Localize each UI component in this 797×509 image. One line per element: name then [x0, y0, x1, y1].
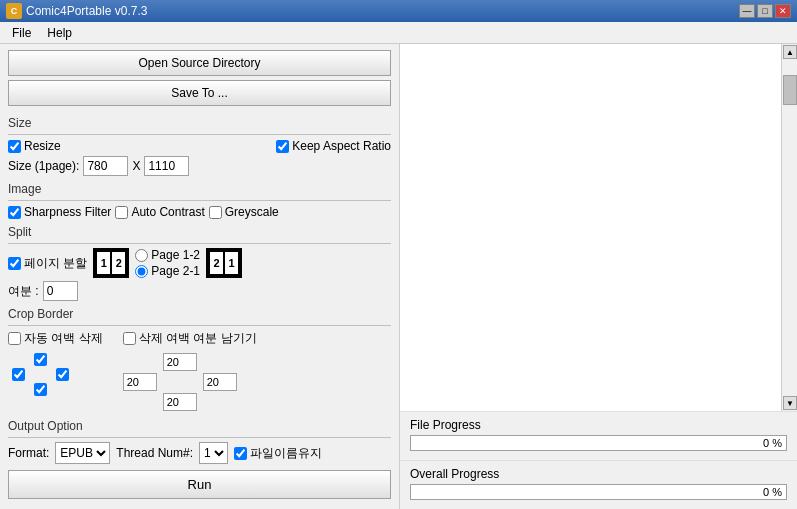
- run-button[interactable]: Run: [8, 470, 391, 499]
- greyscale-checkbox[interactable]: [209, 206, 222, 219]
- keep-aspect-label: Keep Aspect Ratio: [292, 139, 391, 153]
- split-page-label: 페이지 분할: [24, 255, 87, 272]
- scroll-down-arrow[interactable]: ▼: [783, 396, 797, 410]
- keep-aspect-checkbox-label[interactable]: Keep Aspect Ratio: [276, 139, 391, 153]
- output-section-label: Output Option: [8, 419, 391, 433]
- split-row: 페이지 분할 1 2 Page 1-2 Page 2-1 2: [8, 248, 391, 278]
- thread-select[interactable]: 1 2 4: [199, 442, 228, 464]
- crop-cell-tm: [30, 353, 50, 366]
- crop-num-br: [203, 393, 241, 411]
- margin-row: 여분 :: [8, 281, 391, 301]
- crop-right-checkbox[interactable]: [56, 368, 69, 381]
- keep-aspect-checkbox[interactable]: [276, 140, 289, 153]
- crop-num-bm: [163, 393, 201, 411]
- crop-left-checkbox[interactable]: [12, 368, 25, 381]
- file-maintain-text: 파일이름유지: [250, 445, 322, 462]
- crop-number-grid: [123, 353, 257, 411]
- size-row: Resize Keep Aspect Ratio: [8, 139, 391, 153]
- left-panel: Open Source Directory Save To ... Size R…: [0, 44, 400, 509]
- sharpness-checkbox[interactable]: [8, 206, 21, 219]
- auto-crop-label-el[interactable]: 자동 여백 삭제: [8, 330, 103, 347]
- overall-progress-section: Overall Progress 0 %: [400, 460, 797, 509]
- auto-crop-checkbox[interactable]: [8, 332, 21, 345]
- window-title: Comic4Portable v0.7.3: [26, 4, 147, 18]
- crop-cell-mr: [52, 368, 72, 381]
- split-box-21-left: 2: [210, 252, 223, 274]
- maximize-button[interactable]: □: [757, 4, 773, 18]
- crop-cell-br: [52, 383, 72, 396]
- crop-top-checkbox[interactable]: [34, 353, 47, 366]
- sharpness-checkbox-label[interactable]: Sharpness Filter: [8, 205, 111, 219]
- overall-progress-pct: 0 %: [763, 486, 782, 498]
- open-source-button[interactable]: Open Source Directory: [8, 50, 391, 76]
- size-width-input[interactable]: 780: [83, 156, 128, 176]
- page12-radio-label[interactable]: Page 1-2: [135, 248, 200, 262]
- split-box-12: 1 2: [93, 248, 129, 278]
- page21-radio[interactable]: [135, 265, 148, 278]
- crop-cell-bm: [30, 383, 50, 396]
- app-icon: C: [6, 3, 22, 19]
- auto-contrast-checkbox[interactable]: [115, 206, 128, 219]
- format-label: Format:: [8, 446, 49, 460]
- output-row: Format: EPUB CBZ PDF Thread Num#: 1 2 4 …: [8, 442, 391, 464]
- crop-top-input[interactable]: [163, 353, 197, 371]
- crop-num-tr: [203, 353, 241, 371]
- page12-radio[interactable]: [135, 249, 148, 262]
- file-maintain-label[interactable]: 파일이름유지: [234, 445, 322, 462]
- resize-label: Resize: [24, 139, 61, 153]
- page21-radio-label[interactable]: Page 2-1: [135, 264, 200, 278]
- split-page-checkbox-label[interactable]: 페이지 분할: [8, 255, 87, 272]
- image-options-row: Sharpness Filter Auto Contrast Greyscale: [8, 205, 391, 219]
- overall-progress-label: Overall Progress: [410, 467, 787, 481]
- crop-num-mm: [163, 373, 201, 391]
- crop-cell-tr: [52, 353, 72, 366]
- menu-file[interactable]: File: [4, 24, 39, 42]
- close-button[interactable]: ✕: [775, 4, 791, 18]
- title-bar: C Comic4Portable v0.7.3 — □ ✕: [0, 0, 797, 22]
- file-progress-pct: 0 %: [763, 437, 782, 449]
- size-x-label: X: [132, 159, 140, 173]
- page12-label: Page 1-2: [151, 248, 200, 262]
- format-select[interactable]: EPUB CBZ PDF: [55, 442, 110, 464]
- scroll-thumb[interactable]: [783, 75, 797, 105]
- image-section-label: Image: [8, 182, 391, 196]
- split-options-col: Page 1-2 Page 2-1: [135, 248, 200, 278]
- auto-contrast-checkbox-label[interactable]: Auto Contrast: [115, 205, 204, 219]
- right-scroll-area: ▲ ▼: [400, 44, 797, 411]
- crop-border-area: 자동 여백 삭제: [8, 330, 391, 411]
- crop-bottom-input[interactable]: [163, 393, 197, 411]
- split-box-21: 2 1: [206, 248, 242, 278]
- file-maintain-checkbox[interactable]: [234, 447, 247, 460]
- split-page-checkbox[interactable]: [8, 257, 21, 270]
- save-to-button[interactable]: Save To ...: [8, 80, 391, 106]
- greyscale-checkbox-label[interactable]: Greyscale: [209, 205, 279, 219]
- size-section-label: Size: [8, 116, 391, 130]
- resize-checkbox-label[interactable]: Resize: [8, 139, 61, 153]
- size-height-input[interactable]: 1110: [144, 156, 189, 176]
- scroll-up-arrow[interactable]: ▲: [783, 45, 797, 59]
- crop-num-mr: [203, 373, 241, 391]
- menu-help[interactable]: Help: [39, 24, 80, 42]
- crop-right-sub: 삭제 여백 여분 남기기: [123, 330, 257, 411]
- split-section-label: Split: [8, 225, 391, 239]
- crop-cell-mm: [30, 368, 50, 381]
- crop-checkbox-grid: [8, 353, 103, 396]
- crop-left-input[interactable]: [123, 373, 157, 391]
- crop-cell-tl: [8, 353, 28, 366]
- auto-crop-label: 자동 여백 삭제: [24, 330, 103, 347]
- keep-margin-checkbox[interactable]: [123, 332, 136, 345]
- main-container: Open Source Directory Save To ... Size R…: [0, 44, 797, 509]
- file-progress-section: File Progress 0 %: [400, 411, 797, 460]
- minimize-button[interactable]: —: [739, 4, 755, 18]
- margin-input[interactable]: [43, 281, 78, 301]
- scrollbar-right[interactable]: ▲ ▼: [781, 44, 797, 411]
- resize-checkbox[interactable]: [8, 140, 21, 153]
- crop-cell-bl: [8, 383, 28, 396]
- keep-margin-label-el[interactable]: 삭제 여백 여분 남기기: [123, 330, 257, 347]
- crop-left-sub: 자동 여백 삭제: [8, 330, 103, 411]
- crop-right-input[interactable]: [203, 373, 237, 391]
- file-progress-label: File Progress: [410, 418, 787, 432]
- crop-num-tm: [163, 353, 201, 371]
- title-buttons: — □ ✕: [739, 4, 791, 18]
- crop-bottom-checkbox[interactable]: [34, 383, 47, 396]
